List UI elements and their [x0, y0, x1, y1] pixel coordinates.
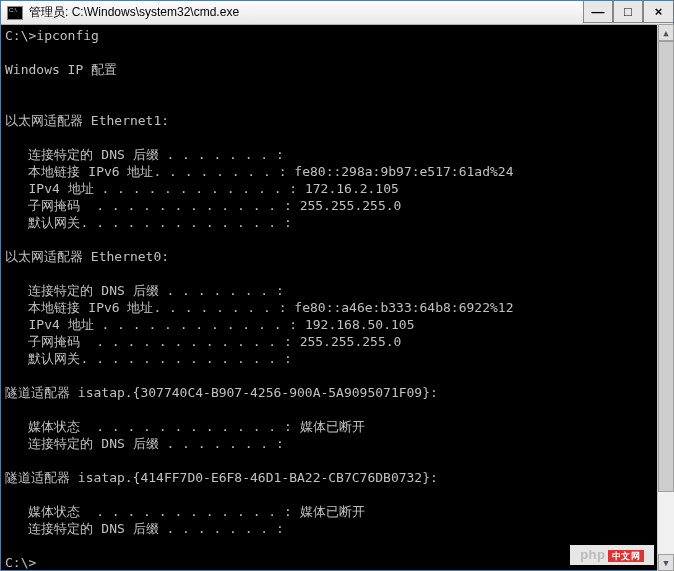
tunnel2-media: 媒体状态 . . . . . . . . . . . . : 媒体已断开	[5, 504, 365, 519]
tunnel1-dns: 连接特定的 DNS 后缀 . . . . . . . :	[5, 436, 284, 451]
tunnel2-dns: 连接特定的 DNS 后缀 . . . . . . . :	[5, 521, 284, 536]
vertical-scrollbar[interactable]: ▲ ▼	[657, 24, 674, 571]
window-title: 管理员: C:\Windows\system32\cmd.exe	[29, 4, 239, 21]
adapter2-title: 以太网适配器 Ethernet0:	[5, 249, 169, 264]
cmd-window: 管理员: C:\Windows\system32\cmd.exe — □ × C…	[0, 0, 674, 571]
prompt-line: C:\>ipconfig	[5, 28, 99, 43]
scroll-up-button[interactable]: ▲	[658, 24, 674, 41]
adapter2-gateway: 默认网关. . . . . . . . . . . . . :	[5, 351, 292, 366]
adapter1-mask: 子网掩码 . . . . . . . . . . . . : 255.255.2…	[5, 198, 401, 213]
scroll-track[interactable]	[658, 41, 674, 554]
watermark-badge: 中文网	[608, 550, 645, 562]
scroll-down-button[interactable]: ▼	[658, 554, 674, 571]
maximize-button[interactable]: □	[613, 1, 643, 23]
adapter1-gateway: 默认网关. . . . . . . . . . . . . :	[5, 215, 292, 230]
prompt-line: C:\>	[5, 555, 36, 570]
terminal-output[interactable]: C:\>ipconfig Windows IP 配置 以太网适配器 Ethern…	[1, 25, 673, 570]
watermark-text: php	[580, 547, 605, 562]
adapter2-ipv6: 本地链接 IPv6 地址. . . . . . . . : fe80::a46e…	[5, 300, 513, 315]
close-button[interactable]: ×	[643, 1, 673, 23]
titlebar-left: 管理员: C:\Windows\system32\cmd.exe	[7, 4, 239, 21]
window-controls: — □ ×	[583, 1, 673, 24]
watermark: php中文网	[570, 545, 654, 565]
adapter2-ipv4: IPv4 地址 . . . . . . . . . . . . : 192.16…	[5, 317, 415, 332]
adapter2-mask: 子网掩码 . . . . . . . . . . . . : 255.255.2…	[5, 334, 401, 349]
minimize-button[interactable]: —	[583, 1, 613, 23]
adapter1-ipv6: 本地链接 IPv6 地址. . . . . . . . : fe80::298a…	[5, 164, 513, 179]
adapter1-ipv4: IPv4 地址 . . . . . . . . . . . . : 172.16…	[5, 181, 399, 196]
adapter1-title: 以太网适配器 Ethernet1:	[5, 113, 169, 128]
scroll-thumb[interactable]	[658, 41, 674, 492]
adapter2-dns: 连接特定的 DNS 后缀 . . . . . . . :	[5, 283, 284, 298]
titlebar[interactable]: 管理员: C:\Windows\system32\cmd.exe — □ ×	[1, 1, 673, 25]
cmd-icon	[7, 6, 23, 20]
tunnel1-media: 媒体状态 . . . . . . . . . . . . : 媒体已断开	[5, 419, 365, 434]
tunnel1-title: 隧道适配器 isatap.{307740C4-B907-4256-900A-5A…	[5, 385, 438, 400]
adapter1-dns: 连接特定的 DNS 后缀 . . . . . . . :	[5, 147, 284, 162]
tunnel2-title: 隧道适配器 isatap.{414FF7D0-E6F8-46D1-BA22-CB…	[5, 470, 438, 485]
ip-config-header: Windows IP 配置	[5, 62, 117, 77]
